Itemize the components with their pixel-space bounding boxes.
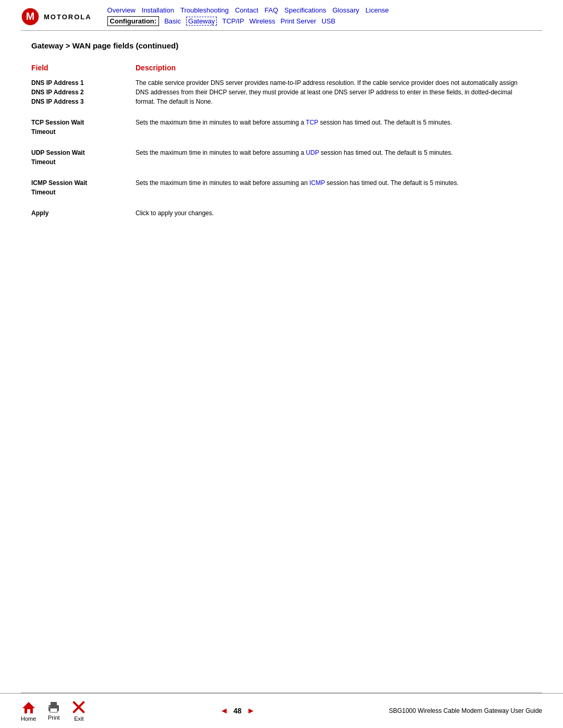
config-label: Configuration: xyxy=(107,16,160,26)
svg-rect-6 xyxy=(50,708,57,712)
desc-dns: The cable service provider DNS server pr… xyxy=(136,75,532,109)
field-apply: Apply xyxy=(31,205,136,221)
nav-license[interactable]: License xyxy=(365,6,389,14)
row-spacer xyxy=(31,109,532,115)
table-row: DNS IP Address 1DNS IP Address 2DNS IP A… xyxy=(31,75,532,109)
svg-rect-7 xyxy=(48,706,50,707)
exit-icon xyxy=(71,700,86,714)
svg-text:M: M xyxy=(26,10,34,22)
row-spacer xyxy=(31,170,532,175)
print-button[interactable]: Print xyxy=(46,701,61,721)
logo-area: M MOTOROLA xyxy=(21,6,92,26)
desc-icmp: Sets the maximum time in minutes to wait… xyxy=(136,175,532,200)
header: M MOTOROLA Overview Installation Trouble… xyxy=(0,0,563,26)
nav-faq[interactable]: FAQ xyxy=(265,6,278,14)
svg-rect-5 xyxy=(51,702,57,706)
home-icon xyxy=(21,700,36,714)
field-icmp: ICMP Session WaitTimeout xyxy=(31,175,136,200)
field-udp: UDP Session WaitTimeout xyxy=(31,145,136,170)
nav-troubleshooting[interactable]: Troubleshooting xyxy=(180,6,229,14)
nav-contact[interactable]: Contact xyxy=(235,6,259,14)
col-header-desc: Description xyxy=(136,60,532,75)
prev-page-button[interactable]: ◄ xyxy=(220,706,228,715)
nav-area: Overview Installation Troubleshooting Co… xyxy=(107,6,542,26)
svg-marker-3 xyxy=(22,702,35,713)
motorola-logo-icon: M xyxy=(21,7,40,26)
doc-title: SBG1000 Wireless Cable Modem Gateway Use… xyxy=(389,707,542,714)
fields-table: Field Description DNS IP Address 1DNS IP… xyxy=(31,60,532,221)
page-number: 48 xyxy=(234,707,242,715)
desc-tcp: Sets the maximum time in minutes to wait… xyxy=(136,115,532,140)
motorola-brand: MOTOROLA xyxy=(44,13,92,21)
footer-page-area: ◄ 48 ► xyxy=(86,706,389,715)
row-spacer xyxy=(31,200,532,205)
page-title: Gateway > WAN page fields (continued) xyxy=(31,41,532,50)
subnav-printserver[interactable]: Print Server xyxy=(280,17,316,25)
main-content: Gateway > WAN page fields (continued) Fi… xyxy=(0,31,563,460)
nav-specifications[interactable]: Specifications xyxy=(285,6,326,14)
nav-glossary[interactable]: Glossary xyxy=(333,6,359,14)
table-row: Apply Click to apply your changes. xyxy=(31,205,532,221)
print-icon xyxy=(46,701,61,713)
subnav-basic[interactable]: Basic xyxy=(164,17,181,25)
print-label: Print xyxy=(48,714,60,721)
exit-label: Exit xyxy=(74,715,83,722)
footer-nav: Home Print Exit xyxy=(21,700,86,722)
subnav-usb[interactable]: USB xyxy=(322,17,336,25)
top-nav: Overview Installation Troubleshooting Co… xyxy=(107,6,542,14)
field-tcp: TCP Session WaitTimeout xyxy=(31,115,136,140)
tcp-link[interactable]: TCP xyxy=(306,119,319,126)
udp-link[interactable]: UDP xyxy=(306,149,319,156)
exit-button[interactable]: Exit xyxy=(71,700,86,722)
footer: Home Print Exit xyxy=(0,693,563,728)
subnav-wireless[interactable]: Wireless xyxy=(249,17,275,25)
icmp-link[interactable]: ICMP xyxy=(309,179,325,187)
page-wrapper: M MOTOROLA Overview Installation Trouble… xyxy=(0,0,563,728)
home-button[interactable]: Home xyxy=(21,700,36,722)
subnav-tcpip[interactable]: TCP/IP xyxy=(222,17,244,25)
sub-nav: Configuration: Basic Gateway TCP/IP Wire… xyxy=(107,16,542,26)
nav-overview[interactable]: Overview xyxy=(107,6,136,14)
row-spacer xyxy=(31,140,532,145)
desc-apply: Click to apply your changes. xyxy=(136,205,532,221)
nav-installation[interactable]: Installation xyxy=(142,6,174,14)
table-row: UDP Session WaitTimeout Sets the maximum… xyxy=(31,145,532,170)
next-page-button[interactable]: ► xyxy=(247,706,255,715)
table-header-row: Field Description xyxy=(31,60,532,75)
table-row: ICMP Session WaitTimeout Sets the maximu… xyxy=(31,175,532,200)
home-label: Home xyxy=(21,715,36,722)
subnav-gateway[interactable]: Gateway xyxy=(186,17,217,26)
field-dns: DNS IP Address 1DNS IP Address 2DNS IP A… xyxy=(31,75,136,109)
desc-udp: Sets the maximum time in minutes to wait… xyxy=(136,145,532,170)
col-header-field: Field xyxy=(31,60,136,75)
table-row: TCP Session WaitTimeout Sets the maximum… xyxy=(31,115,532,140)
